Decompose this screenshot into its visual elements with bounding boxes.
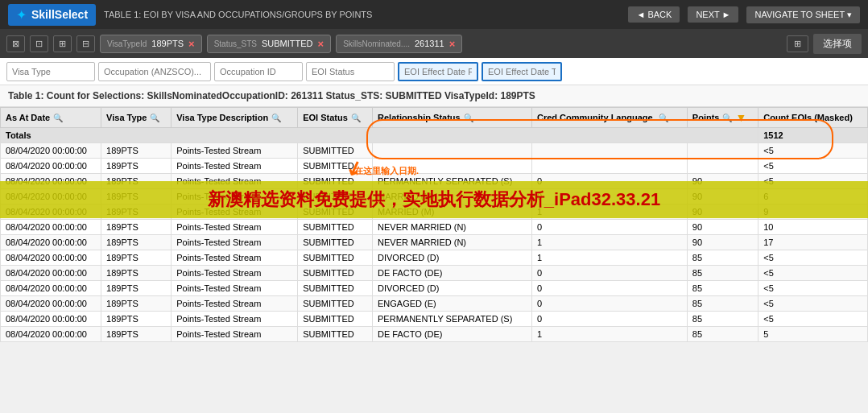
table-row: 08/04/2020 00:00:00 189PTS Points-Tested… bbox=[1, 159, 868, 174]
cell-lang: 0 bbox=[531, 189, 687, 204]
filter-tag-status-close[interactable]: × bbox=[318, 38, 324, 50]
header-nav: ◄ BACK NEXT ► NAVIGATE TO SHEET ▾ bbox=[628, 6, 860, 23]
cell-desc: Points-Tested Stream bbox=[172, 235, 298, 250]
cell-date: 08/04/2020 00:00:00 bbox=[1, 204, 101, 220]
cell-count: 17 bbox=[758, 235, 868, 250]
cell-desc: Points-Tested Stream bbox=[172, 250, 298, 266]
filter-tag-visa-close[interactable]: × bbox=[188, 38, 195, 50]
cell-status: SUBMITTED bbox=[298, 250, 373, 266]
cell-visa: 189PTS bbox=[101, 220, 172, 235]
cell-date: 08/04/2020 00:00:00 bbox=[1, 189, 101, 204]
cell-points: 90 bbox=[687, 235, 758, 250]
filter-tag-skills-value: 261311 bbox=[415, 39, 444, 48]
eoi-status-filter[interactable] bbox=[306, 62, 395, 81]
cell-date: 08/04/2020 00:00:00 bbox=[1, 250, 101, 266]
cell-status: SUBMITTED bbox=[298, 159, 373, 174]
cell-status: SUBMITTED bbox=[298, 327, 373, 342]
grid-view-button[interactable]: ⊞ bbox=[787, 35, 808, 52]
data-table: As At Date 🔍 Visa Type 🔍 Visa Type Descr… bbox=[0, 107, 868, 342]
cell-lang: 0 bbox=[531, 312, 687, 327]
cell-points: 85 bbox=[687, 250, 758, 266]
cell-count: <5 bbox=[758, 312, 868, 327]
occupation-filter[interactable] bbox=[98, 62, 211, 81]
next-button[interactable]: NEXT ► bbox=[688, 6, 738, 23]
table-row: 08/04/2020 00:00:00 189PTS Points-Tested… bbox=[1, 266, 868, 281]
select-button[interactable]: 选择项 bbox=[813, 34, 862, 54]
filter-icon-btn-1[interactable]: ⊠ bbox=[6, 35, 25, 52]
cell-points: 85 bbox=[687, 281, 758, 296]
filter-icon-btn-4[interactable]: ⊟ bbox=[76, 35, 95, 52]
table-row: 08/04/2020 00:00:00 189PTS Points-Tested… bbox=[1, 296, 868, 312]
cell-visa: 189PTS bbox=[101, 204, 172, 220]
cell-rel: PERMANENTLY SEPARATED (S) bbox=[373, 312, 532, 327]
eoi-to-filter[interactable] bbox=[482, 62, 562, 81]
navigate-sheet-button[interactable]: NAVIGATE TO SHEET ▾ bbox=[746, 6, 860, 23]
cell-lang: 1 bbox=[531, 327, 687, 342]
filter-tag-skills-close[interactable]: × bbox=[449, 38, 456, 50]
cell-points: 85 bbox=[687, 327, 758, 342]
table-row: 08/04/2020 00:00:00 189PTS Points-Tested… bbox=[1, 235, 868, 250]
cell-desc: Points-Tested Stream bbox=[172, 204, 298, 220]
cell-status: SUBMITTED bbox=[298, 189, 373, 204]
cell-count: <5 bbox=[758, 159, 868, 174]
cell-desc: Points-Tested Stream bbox=[172, 281, 298, 296]
eoi-from-filter[interactable] bbox=[398, 62, 478, 81]
col-as-at-date: As At Date 🔍 bbox=[1, 108, 101, 128]
col-count-eois: Count EOIs (Masked) bbox=[758, 108, 868, 128]
col-filter-row bbox=[0, 58, 868, 85]
cell-status: SUBMITTED bbox=[298, 143, 373, 159]
cell-desc: Points-Tested Stream bbox=[172, 143, 298, 159]
cell-visa: 189PTS bbox=[101, 327, 172, 342]
cell-desc: Points-Tested Stream bbox=[172, 189, 298, 204]
cell-date: 08/04/2020 00:00:00 bbox=[1, 296, 101, 312]
totals-row: Totals 1512 bbox=[1, 128, 868, 143]
cell-status: SUBMITTED bbox=[298, 174, 373, 189]
cell-date: 08/04/2020 00:00:00 bbox=[1, 220, 101, 235]
back-button[interactable]: ◄ BACK bbox=[628, 6, 680, 23]
table-container[interactable]: As At Date 🔍 Visa Type 🔍 Visa Type Descr… bbox=[0, 107, 868, 411]
cell-lang: 0 bbox=[531, 220, 687, 235]
table-row: 08/04/2020 00:00:00 189PTS Points-Tested… bbox=[1, 174, 868, 189]
cell-date: 08/04/2020 00:00:00 bbox=[1, 312, 101, 327]
cell-status: SUBMITTED bbox=[298, 204, 373, 220]
cell-points: 85 bbox=[687, 312, 758, 327]
cell-visa: 189PTS bbox=[101, 250, 172, 266]
table-row: 08/04/2020 00:00:00 189PTS Points-Tested… bbox=[1, 327, 868, 342]
cell-rel: DIVORCED (D) bbox=[373, 281, 532, 296]
search-icon-desc[interactable]: 🔍 bbox=[271, 114, 281, 122]
cell-count: 9 bbox=[758, 204, 868, 220]
totals-count: 1512 bbox=[758, 128, 868, 143]
cell-rel: DE FACTO (DE) bbox=[373, 327, 532, 342]
cell-rel: PERMANENTLY SEPARATED (S) bbox=[373, 174, 532, 189]
cell-rel: DE FACTO (DE) bbox=[373, 266, 532, 281]
cell-desc: Points-Tested Stream bbox=[172, 266, 298, 281]
cell-count: <5 bbox=[758, 174, 868, 189]
cell-rel: DIVORCED (D) bbox=[373, 250, 532, 266]
col-visa-desc: Visa Type Description 🔍 bbox=[172, 108, 298, 128]
filter-tag-visa: VisaTypeId 189PTS × bbox=[100, 35, 202, 53]
cell-lang: 1 bbox=[531, 250, 687, 266]
occupation-id-filter[interactable] bbox=[214, 62, 303, 81]
cell-rel: MARRIED (M) bbox=[373, 189, 532, 204]
table-row: 08/04/2020 00:00:00 189PTS Points-Tested… bbox=[1, 312, 868, 327]
visa-type-filter[interactable] bbox=[6, 62, 95, 81]
search-icon-eoi[interactable]: 🔍 bbox=[351, 114, 361, 122]
cell-visa: 189PTS bbox=[101, 189, 172, 204]
cell-date: 08/04/2020 00:00:00 bbox=[1, 281, 101, 296]
cell-date: 08/04/2020 00:00:00 bbox=[1, 327, 101, 342]
cell-points: 85 bbox=[687, 296, 758, 312]
search-icon-rel[interactable]: 🔍 bbox=[464, 114, 473, 122]
sort-icon-points[interactable]: ▼ bbox=[735, 111, 746, 124]
filter-icon-btn-2[interactable]: ⊡ bbox=[30, 35, 48, 52]
search-icon-points[interactable]: 🔍 bbox=[722, 114, 732, 122]
search-icon-date[interactable]: 🔍 bbox=[53, 114, 63, 122]
search-icon-lang[interactable]: 🔍 bbox=[659, 114, 668, 122]
search-icon-visa[interactable]: 🔍 bbox=[150, 114, 159, 122]
cell-status: SUBMITTED bbox=[298, 296, 373, 312]
filter-icon-btn-3[interactable]: ⊞ bbox=[53, 35, 72, 52]
col-visa-type: Visa Type 🔍 bbox=[101, 108, 172, 128]
cell-lang: 0 bbox=[531, 266, 687, 281]
cell-visa: 189PTS bbox=[101, 143, 172, 159]
cell-points: 85 bbox=[687, 266, 758, 281]
cell-points bbox=[687, 159, 758, 174]
